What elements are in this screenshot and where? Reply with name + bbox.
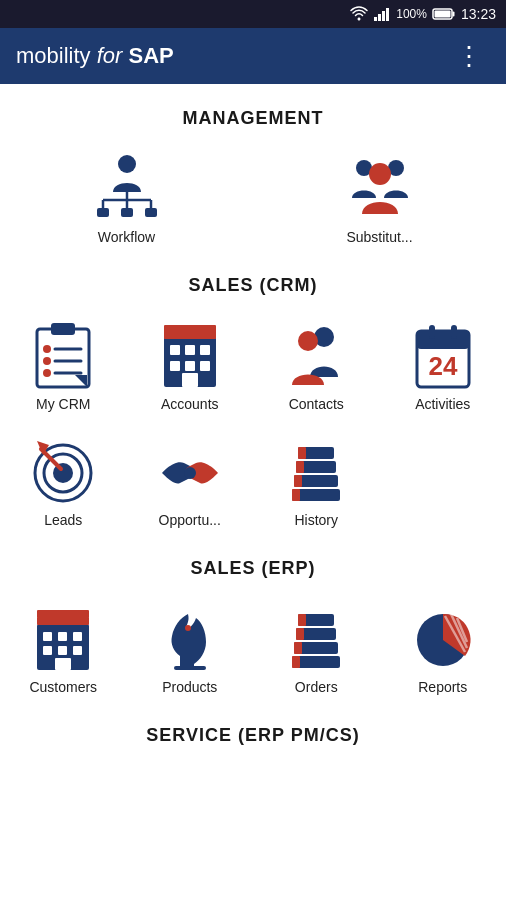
svg-rect-0 [374,17,377,21]
substitut-label: Substitut... [346,229,412,245]
svg-point-68 [185,625,191,631]
leads-item[interactable]: Leads [0,420,127,536]
substitut-item[interactable]: Substitut... [253,137,506,253]
activities-label: Activities [415,396,470,412]
accounts-label: Accounts [161,396,219,412]
svg-rect-73 [294,642,302,654]
svg-rect-15 [145,208,157,217]
svg-rect-40 [417,331,469,349]
battery-icon [433,8,455,20]
main-content: MANAGEMENT [0,84,506,774]
my-crm-item[interactable]: My CRM [0,304,127,420]
contacts-item[interactable]: Contacts [253,304,380,420]
svg-rect-29 [164,325,216,333]
svg-rect-63 [73,632,82,641]
history-icon [280,434,352,506]
products-label: Products [162,679,217,695]
svg-rect-20 [51,323,75,335]
svg-rect-71 [292,656,300,668]
svg-rect-36 [182,373,198,387]
section-sales-crm-header: SALES (CRM) [0,261,506,304]
opportu-icon [154,434,226,506]
svg-rect-53 [294,475,302,487]
svg-rect-1 [378,14,381,21]
wifi-icon [350,7,368,21]
svg-rect-65 [58,646,67,655]
svg-rect-67 [55,658,71,670]
svg-rect-57 [298,447,306,459]
svg-point-23 [43,357,51,365]
svg-rect-55 [296,461,304,473]
workflow-icon [91,151,163,223]
svg-rect-62 [58,632,67,641]
management-grid: Workflow Substitut... [0,137,506,261]
products-icon [154,601,226,673]
reports-label: Reports [418,679,467,695]
contacts-icon [280,318,352,390]
customers-icon [27,601,99,673]
svg-rect-42 [451,325,457,339]
orders-icon [280,601,352,673]
app-title: mobility for SAP [16,43,174,69]
leads-label: Leads [44,512,82,528]
workflow-item[interactable]: Workflow [0,137,253,253]
svg-rect-34 [185,361,195,371]
contacts-label: Contacts [289,396,344,412]
svg-point-18 [369,163,391,185]
svg-point-7 [118,155,136,173]
history-item[interactable]: History [253,420,380,536]
signal-icon [374,7,390,21]
leads-icon [27,434,99,506]
svg-rect-35 [200,361,210,371]
svg-point-25 [43,369,51,377]
section-sales-erp-header: SALES (ERP) [0,544,506,587]
status-bar: 100% 13:23 [0,0,506,28]
section-service-header: SERVICE (ERP PM/CS) [0,711,506,754]
my-crm-label: My CRM [36,396,90,412]
opportu-label: Opportu... [159,512,221,528]
svg-point-38 [298,331,318,351]
svg-rect-69 [174,666,206,670]
svg-rect-75 [296,628,304,640]
substitut-icon [344,151,416,223]
customers-item[interactable]: Customers [0,587,127,703]
svg-rect-60 [37,610,89,618]
svg-rect-51 [292,489,300,501]
opportu-item[interactable]: Opportu... [127,420,254,536]
svg-rect-13 [97,208,109,217]
products-item[interactable]: Products [127,587,254,703]
menu-button[interactable]: ⋮ [448,37,490,76]
svg-rect-32 [200,345,210,355]
svg-rect-33 [170,361,180,371]
svg-rect-66 [73,646,82,655]
top-nav: mobility for SAP ⋮ [0,28,506,84]
svg-rect-14 [121,208,133,217]
section-management-header: MANAGEMENT [0,94,506,137]
workflow-label: Workflow [98,229,155,245]
svg-rect-59 [37,617,89,625]
activities-item[interactable]: 24 Activities [380,304,507,420]
svg-rect-3 [386,8,389,21]
accounts-item[interactable]: Accounts [127,304,254,420]
svg-rect-31 [185,345,195,355]
reports-icon [407,601,479,673]
sales-erp-grid: Customers Products [0,587,506,711]
svg-text:24: 24 [428,351,457,381]
empty-slot [380,420,507,536]
sales-crm-grid: My CRM [0,304,506,544]
svg-rect-6 [434,11,450,18]
time-text: 13:23 [461,6,496,22]
activities-icon: 24 [407,318,479,390]
svg-rect-2 [382,11,385,21]
customers-label: Customers [29,679,97,695]
svg-rect-41 [429,325,435,339]
svg-point-49 [184,467,196,479]
svg-point-21 [43,345,51,353]
history-label: History [294,512,338,528]
orders-item[interactable]: Orders [253,587,380,703]
orders-label: Orders [295,679,338,695]
accounts-icon [154,318,226,390]
svg-rect-30 [170,345,180,355]
svg-rect-61 [43,632,52,641]
reports-item[interactable]: Reports [380,587,507,703]
